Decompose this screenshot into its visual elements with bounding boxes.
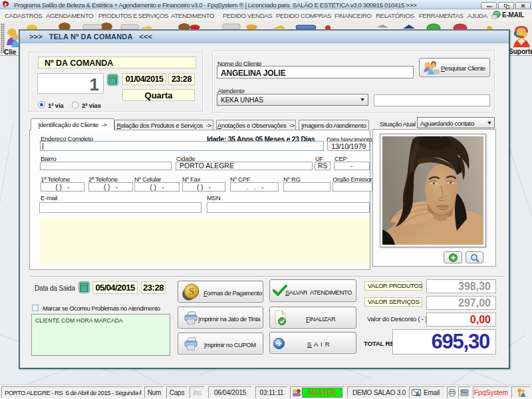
svg-text:S: S <box>189 286 194 297</box>
